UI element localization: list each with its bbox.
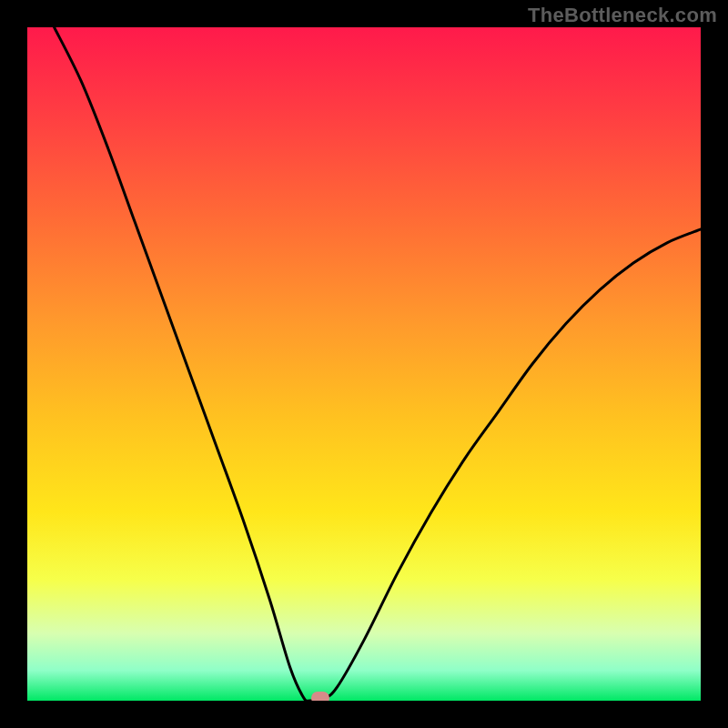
watermark-text: TheBottleneck.com — [528, 4, 717, 27]
plot-area — [27, 27, 701, 701]
chart-frame: TheBottleneck.com — [0, 0, 728, 728]
plot-background — [27, 27, 701, 701]
optimum-marker — [311, 692, 329, 701]
plot-svg — [27, 27, 701, 701]
